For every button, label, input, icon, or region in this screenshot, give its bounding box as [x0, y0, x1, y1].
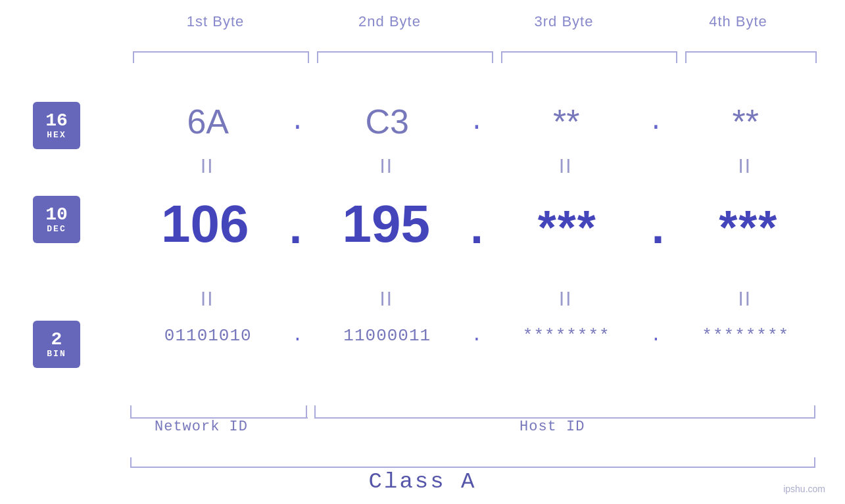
- bracket-full-top: [130, 467, 815, 468]
- bracket-byte1-top-right: [308, 51, 309, 63]
- hex-dot3: .: [646, 108, 666, 136]
- dec-dot1: .: [281, 208, 309, 254]
- bin-byte2: 11000011: [308, 326, 468, 346]
- hex-byte2: C3: [308, 102, 468, 141]
- dec-label-box: 10 DEC: [33, 196, 80, 243]
- bracket-byte2-top-left: [317, 51, 318, 63]
- byte3-header: 3rd Byte: [477, 13, 651, 30]
- bracket-byte2-top: [317, 51, 493, 53]
- hex-data-row: 6A . C3 . ** . **: [128, 102, 825, 141]
- hex-byte3: **: [487, 102, 646, 141]
- bin-byte4: ********: [666, 326, 826, 346]
- bin-number: 2: [51, 331, 62, 349]
- bracket-byte4-top: [685, 51, 817, 53]
- hex-base: HEX: [47, 130, 66, 140]
- bracket-byte3-top: [501, 51, 677, 53]
- eq2: ||: [308, 156, 468, 173]
- hex-number: 16: [45, 112, 68, 130]
- bracket-byte4-top-left: [685, 51, 687, 63]
- hex-dot1: .: [288, 108, 308, 136]
- host-id-label: Host ID: [519, 419, 585, 435]
- bracket-byte1-top: [133, 51, 309, 53]
- dec-base: DEC: [47, 224, 66, 234]
- dec-byte1: 106: [128, 194, 281, 254]
- bracket-byte1-top-left: [133, 51, 134, 63]
- bin-label-box: 2 BIN: [33, 321, 80, 368]
- watermark: ipshu.com: [783, 484, 825, 494]
- hex-byte4: **: [666, 102, 826, 141]
- dec-data-row: 106 . 195 . *** . ***: [128, 194, 825, 254]
- bracket-full-right: [814, 457, 815, 468]
- bracket-host-right: [814, 405, 815, 419]
- bracket-network-left: [130, 405, 132, 419]
- eq5: ||: [128, 289, 288, 306]
- eq1: ||: [128, 156, 288, 173]
- dec-byte4: ***: [672, 200, 825, 254]
- byte4-header: 4th Byte: [651, 13, 825, 30]
- bracket-byte2-top-right: [492, 51, 493, 63]
- bracket-byte3-top-left: [501, 51, 502, 63]
- dec-number: 10: [45, 206, 68, 224]
- bin-data-row: 01101010 . 11000011 . ******** . *******…: [128, 325, 825, 346]
- bin-byte3: ********: [487, 326, 646, 346]
- hex-byte1: 6A: [128, 102, 288, 141]
- eq7: ||: [487, 289, 646, 306]
- main-container: 1st Byte 2nd Byte 3rd Byte 4th Byte 16 H…: [0, 0, 845, 504]
- byte2-header: 2nd Byte: [302, 13, 477, 30]
- equals-row-1: || || || ||: [128, 156, 825, 173]
- hex-label-box: 16 HEX: [33, 102, 80, 149]
- equals-row-2: || || || ||: [128, 289, 825, 306]
- network-id-label: Network ID: [155, 419, 248, 435]
- dec-byte3: ***: [491, 200, 644, 254]
- bracket-byte3-top-right: [676, 51, 677, 63]
- bracket-byte4-top-right: [815, 51, 817, 63]
- hex-dot2: .: [467, 108, 487, 136]
- eq8: ||: [666, 289, 826, 306]
- class-a-label: Class A: [369, 469, 477, 494]
- dec-byte2: 195: [310, 194, 463, 254]
- bracket-network-right: [306, 405, 307, 419]
- bin-base: BIN: [47, 349, 66, 359]
- bracket-full-left: [130, 457, 132, 468]
- eq6: ||: [308, 289, 468, 306]
- byte1-header: 1st Byte: [128, 13, 302, 30]
- bin-dot3: .: [646, 325, 666, 346]
- dec-dot2: .: [463, 208, 491, 254]
- bin-dot2: .: [467, 325, 487, 346]
- eq3: ||: [487, 156, 646, 173]
- dec-dot3: .: [644, 208, 671, 254]
- bin-byte1: 01101010: [128, 326, 288, 346]
- byte-headers: 1st Byte 2nd Byte 3rd Byte 4th Byte: [128, 13, 825, 30]
- bracket-host-left: [314, 405, 316, 419]
- eq4: ||: [666, 156, 826, 173]
- bin-dot1: .: [288, 325, 308, 346]
